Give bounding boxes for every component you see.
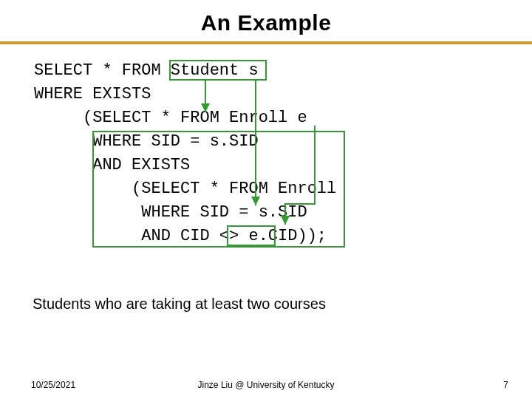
footer-credit: Jinze Liu @ University of Kentucky — [0, 380, 532, 390]
caption-text: Students who are taking at least two cou… — [33, 296, 326, 313]
code-line-6: (SELECT * FROM Enroll — [34, 180, 336, 198]
code-line-7: WHERE SID = s.SID — [34, 203, 307, 222]
title-wrap: An Example — [0, 0, 532, 35]
code-line-1a: SELECT * FROM — [34, 61, 171, 80]
footer-pageno: 7 — [503, 380, 508, 390]
code-line-4: WHERE SID = s.SID — [34, 132, 259, 151]
slide-title: An Example — [0, 10, 532, 35]
sql-code-block: SELECT * FROM Student s WHERE EXISTS (SE… — [34, 59, 532, 319]
slide: An Example SELECT * FROM Student s WHERE… — [0, 0, 532, 399]
title-rule — [0, 41, 532, 44]
code-line-8: AND CID <> e.CID)); — [34, 227, 327, 245]
code-line-2: WHERE EXISTS — [34, 85, 151, 103]
code-line-3: (SELECT * FROM Enroll e — [34, 109, 307, 127]
code-line-1b: Student s — [171, 61, 259, 80]
code-line-5: AND EXISTS — [34, 156, 190, 174]
